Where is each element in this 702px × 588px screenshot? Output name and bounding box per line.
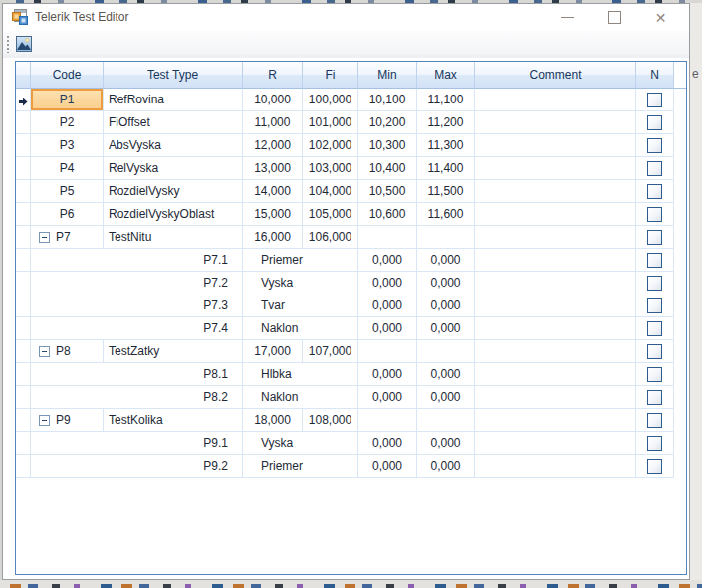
comment-cell[interactable] [475, 180, 636, 203]
maximize-button[interactable] [592, 4, 637, 31]
fi-cell[interactable]: 100,000 [303, 89, 358, 111]
max-cell[interactable]: 0,000 [417, 249, 475, 272]
test-type-cell[interactable]: TestZatky [104, 340, 243, 363]
row-header-cell[interactable] [16, 455, 31, 478]
n-checkbox[interactable] [647, 390, 662, 405]
comment-cell[interactable] [475, 89, 636, 111]
comment-cell[interactable] [475, 272, 636, 294]
row-header-cell[interactable] [16, 180, 31, 203]
max-cell[interactable]: 11,300 [417, 134, 475, 157]
n-checkbox[interactable] [647, 344, 662, 359]
row-header-cell[interactable] [16, 432, 31, 455]
min-cell[interactable]: 10,600 [358, 203, 417, 226]
test-type-cell[interactable]: AbsVyska [104, 134, 243, 157]
r-cell[interactable]: 15,000 [243, 203, 303, 226]
n-cell[interactable] [636, 340, 674, 363]
min-cell[interactable]: 10,400 [358, 157, 417, 180]
min-cell[interactable]: 0,000 [358, 432, 417, 455]
n-cell[interactable] [636, 203, 674, 226]
column-header-r[interactable]: R [243, 62, 303, 89]
n-checkbox[interactable] [647, 93, 662, 107]
r-cell[interactable]: 18,000 [243, 409, 303, 432]
min-cell[interactable]: 0,000 [358, 294, 417, 317]
code-cell[interactable]: P9.2 [31, 455, 243, 478]
n-checkbox[interactable] [647, 253, 662, 268]
r-cell[interactable]: 12,000 [243, 134, 303, 157]
column-header-min[interactable]: Min [358, 62, 417, 89]
row-header-cell[interactable] [16, 226, 31, 249]
test-type-cell[interactable]: RozdielVyskyOblast [104, 203, 243, 226]
n-cell[interactable] [636, 157, 674, 180]
row-header-cell[interactable] [16, 409, 31, 432]
code-cell[interactable]: P9 [31, 409, 104, 432]
test-type-cell[interactable]: Priemer [243, 249, 358, 272]
max-cell[interactable]: 0,000 [417, 317, 475, 340]
n-cell[interactable] [636, 249, 674, 272]
n-checkbox[interactable] [647, 161, 662, 176]
comment-cell[interactable] [475, 409, 636, 432]
row-header-cell[interactable] [16, 363, 31, 386]
n-checkbox[interactable] [647, 298, 662, 313]
row-header-cell[interactable] [16, 294, 31, 317]
test-type-cell[interactable]: FiOffset [104, 111, 243, 134]
r-cell[interactable]: 14,000 [243, 180, 303, 203]
n-cell[interactable] [636, 386, 674, 409]
code-cell[interactable]: P7.4 [31, 317, 243, 340]
n-cell[interactable] [636, 272, 674, 294]
column-header-comment[interactable]: Comment [475, 62, 636, 89]
n-cell[interactable] [636, 317, 674, 340]
n-cell[interactable] [636, 89, 674, 111]
row-header-cell[interactable] [16, 134, 31, 157]
n-cell[interactable] [636, 294, 674, 317]
code-cell[interactable]: P8.2 [31, 386, 243, 409]
max-cell[interactable]: 11,100 [417, 89, 475, 111]
min-cell[interactable]: 10,200 [358, 111, 417, 134]
test-type-cell[interactable]: TestNitu [104, 226, 243, 249]
comment-cell[interactable] [475, 157, 636, 180]
code-cell[interactable]: P7.2 [31, 272, 243, 294]
min-cell[interactable]: 0,000 [358, 272, 417, 294]
max-cell[interactable]: 11,200 [417, 111, 475, 134]
min-cell[interactable]: 0,000 [358, 455, 417, 478]
n-checkbox[interactable] [647, 230, 662, 245]
fi-cell[interactable]: 107,000 [303, 340, 358, 363]
column-header-n[interactable]: N [636, 62, 674, 89]
n-cell[interactable] [636, 432, 674, 455]
r-cell[interactable]: 10,000 [243, 89, 303, 111]
column-header-max[interactable]: Max [417, 62, 475, 89]
collapse-icon[interactable] [39, 346, 50, 357]
fi-cell[interactable]: 103,000 [303, 157, 358, 180]
max-cell[interactable]: 11,400 [417, 157, 475, 180]
max-cell[interactable]: 0,000 [417, 272, 475, 294]
n-checkbox[interactable] [647, 436, 662, 451]
r-cell[interactable]: 16,000 [243, 226, 303, 249]
test-type-cell[interactable]: RozdielVysky [104, 180, 243, 203]
comment-cell[interactable] [475, 134, 636, 157]
n-checkbox[interactable] [647, 115, 662, 130]
collapse-icon[interactable] [39, 415, 50, 426]
fi-cell[interactable]: 104,000 [303, 180, 358, 203]
row-header-cell[interactable] [16, 203, 31, 226]
fi-cell[interactable]: 106,000 [303, 226, 358, 249]
row-header-cell[interactable] [16, 157, 31, 180]
code-cell[interactable]: P9.1 [31, 432, 243, 455]
r-cell[interactable]: 17,000 [243, 340, 303, 363]
min-cell[interactable]: 10,100 [358, 89, 417, 111]
column-header-code[interactable]: Code [31, 62, 104, 89]
column-header-type[interactable]: Test Type [104, 62, 243, 89]
n-checkbox[interactable] [647, 413, 662, 428]
row-header-cell[interactable] [16, 340, 31, 363]
max-cell[interactable]: 0,000 [417, 294, 475, 317]
min-cell[interactable] [358, 340, 417, 363]
column-header-fi[interactable]: Fi [303, 62, 358, 89]
test-type-cell[interactable]: RefRovina [104, 89, 243, 111]
max-cell[interactable]: 0,000 [417, 455, 475, 478]
code-cell[interactable]: P7.3 [31, 294, 243, 317]
row-header-cell[interactable] [16, 386, 31, 409]
code-cell[interactable]: P6 [31, 203, 104, 226]
fi-cell[interactable]: 101,000 [303, 111, 358, 134]
fi-cell[interactable]: 102,000 [303, 134, 358, 157]
code-cell[interactable]: P8.1 [31, 363, 243, 386]
n-checkbox[interactable] [647, 207, 662, 222]
max-cell[interactable]: 0,000 [417, 432, 475, 455]
